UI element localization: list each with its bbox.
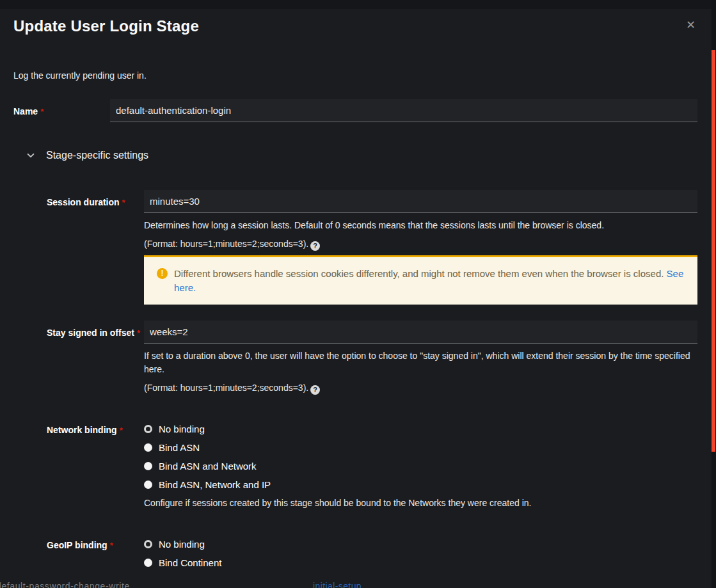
background-row-text: default-password-change-write xyxy=(0,581,130,588)
section-title: Stage-specific settings xyxy=(46,150,148,161)
background-page-row: default-password-change-write initial-se… xyxy=(0,581,707,588)
session-duration-input[interactable] xyxy=(144,190,697,213)
network-binding-field: No binding Bind ASN Bind ASN and Network… xyxy=(144,418,697,509)
warning-alert: ! Different browsers handle session cook… xyxy=(144,255,697,305)
exclamation-circle-icon: ! xyxy=(157,268,168,279)
session-duration-help: Determines how long a session lasts. Def… xyxy=(144,219,697,232)
required-marker: * xyxy=(122,198,125,207)
radio-selected-icon[interactable] xyxy=(144,425,152,433)
session-duration-field: Determines how long a session lasts. Def… xyxy=(144,190,697,305)
radio-no-binding[interactable]: No binding xyxy=(144,420,697,438)
required-marker: * xyxy=(110,541,113,550)
stay-signed-in-offset-input[interactable] xyxy=(144,321,697,344)
name-input[interactable] xyxy=(110,99,697,122)
geoip-binding-row: GeoIP binding* No binding Bind Continent xyxy=(47,533,697,572)
radio-bind-asn-network[interactable]: Bind ASN and Network xyxy=(144,457,697,475)
stay-signed-in-offset-format-help: (Format: hours=1;minutes=2;seconds=3).? xyxy=(144,381,697,395)
stay-signed-in-offset-field: If set to a duration above 0, the user w… xyxy=(144,321,697,395)
session-duration-label: Session duration* xyxy=(47,190,144,305)
required-marker: * xyxy=(137,328,140,338)
name-label: Name* xyxy=(13,99,110,122)
page-title: Update User Login Stage xyxy=(13,17,703,35)
network-binding-label: Network binding* xyxy=(47,418,144,509)
radio-bind-asn-network-ip[interactable]: Bind ASN, Network and IP xyxy=(144,475,697,494)
radio-unselected-icon[interactable] xyxy=(144,559,152,567)
name-row: Name* xyxy=(13,99,697,122)
radio-bind-continent[interactable]: Bind Continent xyxy=(144,553,697,572)
radio-bind-asn[interactable]: Bind ASN xyxy=(144,438,697,457)
radio-unselected-icon[interactable] xyxy=(144,443,152,452)
network-binding-help: Configure if sessions created by this st… xyxy=(144,497,697,509)
question-circle-icon[interactable]: ? xyxy=(310,241,320,251)
scrollbar-thumb[interactable] xyxy=(712,50,715,452)
radio-geoip-no-binding[interactable]: No binding xyxy=(144,535,697,553)
section-body: Session duration* Determines how long a … xyxy=(47,190,697,572)
background-row-link: initial-setup xyxy=(313,581,362,588)
section-stage-specific-settings[interactable]: Stage-specific settings xyxy=(13,150,697,161)
stage-description: Log the currently pending user in. xyxy=(0,70,716,81)
chevron-down-icon xyxy=(26,151,35,160)
close-icon[interactable]: ✕ xyxy=(686,19,696,31)
warning-alert-text: Different browsers handle session cookie… xyxy=(174,267,687,295)
question-circle-icon[interactable]: ? xyxy=(310,385,320,395)
stay-signed-in-offset-label: Stay signed in offset* xyxy=(47,321,144,395)
session-duration-format-help: (Format: hours=1;minutes=2;seconds=3).? xyxy=(144,237,697,251)
update-user-login-stage-modal: Update User Login Stage ✕ Log the curren… xyxy=(0,0,716,588)
required-marker: * xyxy=(120,425,123,435)
stay-signed-in-offset-help: If set to a duration above 0, the user w… xyxy=(144,349,697,376)
required-marker: * xyxy=(40,107,44,116)
radio-unselected-icon[interactable] xyxy=(144,481,152,489)
radio-unselected-icon[interactable] xyxy=(144,462,152,470)
modal-header: Update User Login Stage ✕ xyxy=(0,0,716,35)
geoip-binding-field: No binding Bind Continent xyxy=(144,533,697,572)
name-field-wrap xyxy=(110,99,697,122)
stay-signed-in-offset-row: Stay signed in offset* If set to a durat… xyxy=(47,321,697,395)
session-duration-row: Session duration* Determines how long a … xyxy=(47,190,697,305)
radio-selected-icon[interactable] xyxy=(144,540,152,548)
stage-form: Name* Stage-specific settings Session du… xyxy=(0,99,716,572)
network-binding-row: Network binding* No binding Bind ASN Bin… xyxy=(47,418,697,509)
geoip-binding-label: GeoIP binding* xyxy=(47,533,144,572)
